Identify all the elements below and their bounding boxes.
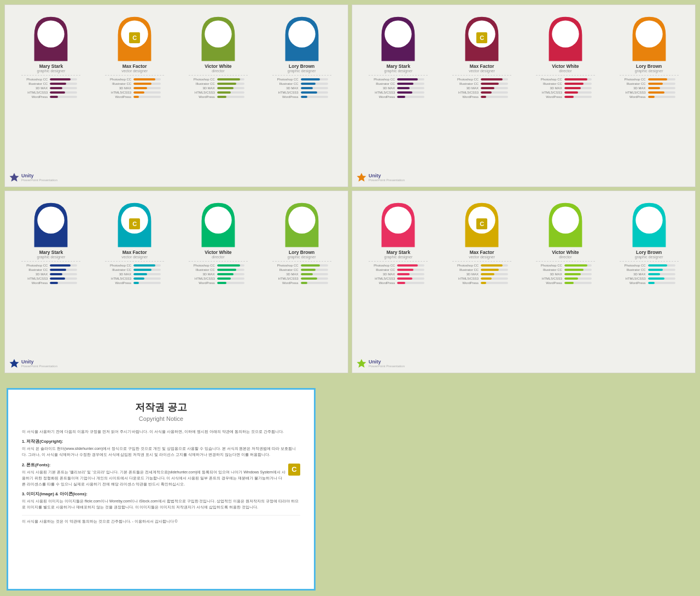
skill-label: HTML5/CSS3 <box>105 277 133 280</box>
card-1-4: Lory Browngraphic designer Photoshop CC … <box>270 14 333 100</box>
skill-label: HTML5/CSS3 <box>452 277 481 280</box>
card-2-1: Mary Starkgraphic designer Photoshop CC … <box>367 14 430 100</box>
skill-label: Photoshop CC <box>21 264 50 267</box>
skill-label: Photoshop CC <box>452 78 481 81</box>
skill-label: WordPress <box>536 281 564 285</box>
card-name: Max Factor <box>105 63 164 69</box>
skill-label: HTML5/CSS3 <box>620 277 648 280</box>
slide-4: Mary Starkgraphic designer Photoshop CC … <box>352 190 696 373</box>
skill-label: Illustrator CC <box>21 82 50 85</box>
card-3-1: Mary Starkgraphic designer Photoshop CC … <box>20 200 83 286</box>
card-name: Victor White <box>536 250 595 255</box>
card-job: graphic designer <box>21 255 80 259</box>
skill-label: 3D MAX <box>105 86 133 90</box>
skill-label: WordPress <box>452 95 481 99</box>
unity-sub: PowerPoint Presentation <box>21 364 57 368</box>
skill-label: 3D MAX <box>369 86 397 90</box>
skill-label: 3D MAX <box>21 86 50 90</box>
svg-marker-19 <box>357 359 366 368</box>
card-job: director <box>536 69 595 73</box>
card-3-2: CMax Factorvector designer Photoshop CC … <box>103 200 166 286</box>
card-job: graphic designer <box>272 69 331 73</box>
skill-label: Photoshop CC <box>536 78 564 81</box>
skill-label: WordPress <box>189 281 217 285</box>
skill-label: HTML5/CSS3 <box>452 91 481 94</box>
card-job: graphic designer <box>21 69 80 73</box>
skill-label: Photoshop CC <box>21 78 50 81</box>
copyright-section-1-text: 이 서식 은 슬라이드 헌터(www.slidehunter.com)에서 정식… <box>22 445 300 458</box>
skill-label: 3D MAX <box>272 86 301 90</box>
skill-label: HTML5/CSS3 <box>620 91 648 94</box>
skill-label: 3D MAX <box>620 273 648 276</box>
skill-label: Illustrator CC <box>105 82 133 85</box>
skill-label: WordPress <box>21 281 50 285</box>
skill-label: Photoshop CC <box>620 78 648 81</box>
skill-label: Illustrator CC <box>536 82 564 85</box>
skill-label: Illustrator CC <box>452 82 481 85</box>
svg-marker-14 <box>9 359 19 368</box>
copyright-footer: 이 서식을 사용하는 것은 이 약관에 동의하는 것으로 간주됩니다. - 이용… <box>22 515 300 524</box>
copyright-section-2-title: 2. 폰트(Fonts): <box>22 462 285 468</box>
card-2-3: Victor Whitedirector Photoshop CC Illust… <box>534 14 597 100</box>
svg-point-7 <box>552 20 579 47</box>
svg-point-10 <box>38 206 65 233</box>
skill-label: Illustrator CC <box>105 268 133 271</box>
skill-label: HTML5/CSS3 <box>369 277 397 280</box>
unity-sub: PowerPoint Presentation <box>369 178 405 182</box>
copyright-section-3-text: 이 서식 사용된 이미지는 이미지들은 flickr.com이나 Woreby.… <box>22 498 300 510</box>
skill-label: Photoshop CC <box>536 264 564 267</box>
card-name: Lory Brown <box>272 250 331 255</box>
card-3-4: Lory Browngraphic designer Photoshop CC … <box>270 200 333 286</box>
skill-label: Photoshop CC <box>620 264 648 267</box>
svg-point-3 <box>288 20 315 47</box>
skill-label: Photoshop CC <box>189 78 217 81</box>
card-4-2: CMax Factorvector designer Photoshop CC … <box>451 200 514 286</box>
skill-label: 3D MAX <box>536 86 564 90</box>
skill-label: HTML5/CSS3 <box>21 277 50 280</box>
skill-label: Illustrator CC <box>620 268 648 271</box>
skill-label: HTML5/CSS3 <box>189 91 217 94</box>
card-job: vector designer <box>105 69 164 73</box>
copyright-title-en: Copyright Notice <box>22 415 300 422</box>
skill-label: Photoshop CC <box>272 78 301 81</box>
slide-2: Mary Starkgraphic designer Photoshop CC … <box>352 4 696 187</box>
skill-label: Photoshop CC <box>189 264 217 267</box>
skill-label: HTML5/CSS3 <box>21 91 50 94</box>
skill-label: HTML5/CSS3 <box>272 277 301 280</box>
card-job: vector designer <box>452 69 511 73</box>
slide-3: Mary Starkgraphic designer Photoshop CC … <box>4 190 348 373</box>
skill-label: Illustrator CC <box>369 82 397 85</box>
skill-label: Illustrator CC <box>189 82 217 85</box>
card-2-2: CMax Factorvector designer Photoshop CC … <box>451 14 514 100</box>
card-job: graphic designer <box>620 69 679 73</box>
skill-label: HTML5/CSS3 <box>105 91 133 94</box>
skill-label: Illustrator CC <box>21 268 50 271</box>
card-name: Lory Brown <box>272 63 331 69</box>
card-4-1: Mary Starkgraphic designer Photoshop CC … <box>367 200 430 286</box>
card-name: Lory Brown <box>620 250 679 255</box>
skill-label: WordPress <box>105 95 133 99</box>
skill-label: HTML5/CSS3 <box>272 91 301 94</box>
skill-label: Illustrator CC <box>272 82 301 85</box>
copyright-title-kr: 저작권 공고 <box>22 401 300 414</box>
card-job: graphic designer <box>369 69 428 73</box>
skill-label: Photoshop CC <box>105 78 133 81</box>
skill-label: WordPress <box>272 95 301 99</box>
unity-title: Unity <box>369 173 405 178</box>
card-name: Lory Brown <box>620 63 679 69</box>
copyright-section-3-title: 3. 이미지(Image) & 아이콘(Icons): <box>22 491 300 497</box>
skill-label: 3D MAX <box>369 273 397 276</box>
skill-label: Illustrator CC <box>369 268 397 271</box>
skill-label: Photoshop CC <box>369 78 397 81</box>
card-name: Victor White <box>536 63 595 69</box>
card-name: Mary Stark <box>21 250 80 255</box>
card-name: Mary Stark <box>21 63 80 69</box>
copyright-paragraph-0: 이 서식을 사용하기 전에 다음의 이용자 규정을 먼저 읽어 주시기 바랍니다… <box>22 429 300 435</box>
skill-label: Illustrator CC <box>189 268 217 271</box>
unity-title: Unity <box>369 359 405 364</box>
svg-point-0 <box>38 20 65 47</box>
skill-label: Illustrator CC <box>536 268 564 271</box>
card-job: vector designer <box>105 255 164 259</box>
skill-label: HTML5/CSS3 <box>369 91 397 94</box>
skill-label: Illustrator CC <box>620 82 648 85</box>
